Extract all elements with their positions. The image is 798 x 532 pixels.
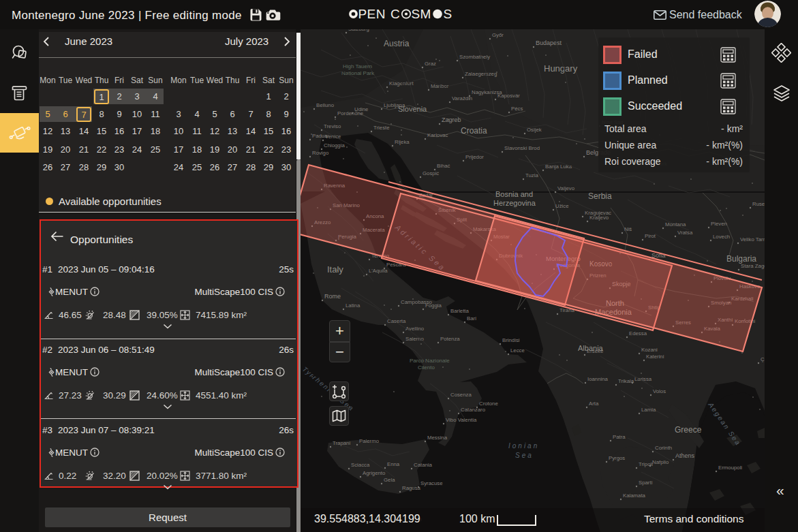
svg-text:Karlovac: Karlovac [427,132,448,138]
svg-text:Volos: Volos [653,388,666,394]
svg-text:Catania: Catania [414,462,433,468]
svg-text:Trikala: Trikala [618,378,634,384]
svg-text:Potenza: Potenza [440,336,460,342]
svg-text:Ragusa: Ragusa [402,485,421,491]
svg-text:Albania: Albania [578,344,604,352]
svg-text:Syracuse: Syracuse [420,480,443,486]
svg-text:Bihać: Bihać [437,163,450,169]
svg-text:Hungary: Hungary [544,63,578,74]
svg-text:SM: SM [412,7,431,21]
svg-text:Salzburg: Salzburg [348,29,369,32]
svg-text:Catanzaro: Catanzaro [461,407,486,413]
svg-text:Arta: Arta [589,401,599,407]
svg-text:Pécs: Pécs [511,106,523,112]
svg-text:Pyrgos: Pyrgos [609,455,625,461]
svg-text:Maribor: Maribor [431,83,449,89]
svg-text:Gospić: Gospić [423,170,439,176]
svg-text:Montana: Montana [665,221,686,228]
svg-text:Pleven: Pleven [711,221,727,227]
svg-text:Zalaegerszeg: Zalaegerszeg [465,71,497,77]
svg-text:Latina: Latina [346,302,360,309]
svg-text:Győr: Győr [492,32,504,38]
svg-text:L'Aquila: L'Aquila [369,268,388,274]
svg-text:Kaposvár: Kaposvár [497,93,520,99]
svg-text:Lamia: Lamia [641,407,656,413]
svg-text:Belluno: Belluno [316,102,335,108]
svg-text:C: C [390,7,400,21]
svg-text:Trieste: Trieste [373,125,390,131]
svg-text:Sparti: Sparti [639,480,653,486]
svg-text:Greece: Greece [675,425,702,435]
svg-text:Tripoli: Tripoli [639,461,653,467]
svg-text:Avellino: Avellino [405,326,425,332]
svg-text:Vibo Valentia: Vibo Valentia [446,417,477,423]
svg-text:Cosenza: Cosenza [450,392,472,398]
svg-text:Niš: Niš [624,226,632,232]
svg-text:Katerini: Katerini [646,354,664,360]
svg-text:Patra: Patra [613,434,626,440]
svg-text:Austria: Austria [384,39,410,48]
svg-text:Lovech: Lovech [713,234,730,240]
svg-text:Corinth: Corinth [655,445,672,451]
svg-text:Kalamata: Kalamata [623,492,646,499]
svg-text:Ermoupoli: Ermoupoli [718,465,742,471]
svg-text:Trapani: Trapani [333,440,350,446]
svg-text:Nafplio: Nafplio [652,459,669,465]
svg-text:High Tauern: High Tauern [343,63,372,69]
svg-text:Sea: Sea [515,452,534,459]
svg-text:Zagreb: Zagreb [442,116,461,123]
svg-text:Pirot: Pirot [645,233,656,239]
svg-text:Serbia: Serbia [588,191,612,201]
svg-text:Palermo: Palermo [359,438,380,444]
svg-text:Banja Luka: Banja Luka [545,163,572,170]
svg-text:Chioggia: Chioggia [324,142,345,148]
svg-text:National Park: National Park [341,70,375,76]
svg-text:Prijedor: Prijedor [465,154,484,160]
svg-text:Foggia: Foggia [425,302,442,309]
svg-text:Valjevo: Valjevo [557,185,575,191]
svg-text:Salerno: Salerno [405,336,425,342]
svg-text:Sciacca: Sciacca [351,462,370,468]
svg-text:Pordenone: Pordenone [337,110,363,116]
svg-text:Agrigento: Agrigento [363,470,386,476]
svg-text:Padua: Padua [312,133,328,139]
svg-text:Tuzla: Tuzla [525,172,538,178]
svg-text:Lecce: Lecce [510,347,525,354]
svg-text:Ionian: Ionian [508,442,539,450]
svg-text:Budapest: Budapest [536,40,562,46]
svg-text:Kozani: Kozani [641,347,658,353]
svg-text:Szombathely: Szombathely [459,54,490,60]
svg-text:Užice: Užice [555,203,569,209]
svg-text:Ioannina: Ioannina [587,376,609,382]
svg-text:Rovigo: Rovigo [312,150,329,156]
svg-text:Caserta: Caserta [387,318,406,324]
svg-text:Veliko Tarnovo: Veliko Tarnovo [740,236,765,242]
svg-text:Messina: Messina [427,435,448,441]
svg-text:Barletta: Barletta [450,308,470,314]
svg-text:Brindisi: Brindisi [502,337,520,343]
svg-text:S: S [444,7,452,21]
svg-text:Crotone: Crotone [479,401,498,407]
svg-text:Parco Nazionale: Parco Nazionale [410,358,450,364]
svg-text:Vratsa: Vratsa [677,230,693,236]
svg-text:Athens: Athens [675,452,695,459]
svg-text:Rome: Rome [324,293,341,300]
svg-text:Graz: Graz [425,61,436,67]
svg-text:Gela: Gela [384,477,395,483]
svg-text:Enna: Enna [387,461,400,467]
svg-text:Italy: Italy [327,264,343,275]
svg-text:Bari: Bari [467,315,476,322]
svg-text:Slavonski Brod: Slavonski Brod [504,145,540,151]
svg-text:Kraljevo: Kraljevo [589,215,609,221]
svg-text:PEN: PEN [358,7,386,21]
svg-text:Bulgaria: Bulgaria [726,254,756,264]
svg-text:Ruse: Ruse [752,201,765,207]
svg-text:Treviso: Treviso [324,123,341,129]
svg-text:Bosnia and: Bosnia and [495,190,533,198]
svg-text:Rijeka: Rijeka [395,139,410,145]
svg-text:Croatia: Croatia [461,126,487,136]
svg-text:Cilento: Cilento [418,364,435,371]
svg-text:Edessa: Edessa [629,330,647,337]
svg-text:Stara Zagora: Stara Zagora [741,263,765,269]
